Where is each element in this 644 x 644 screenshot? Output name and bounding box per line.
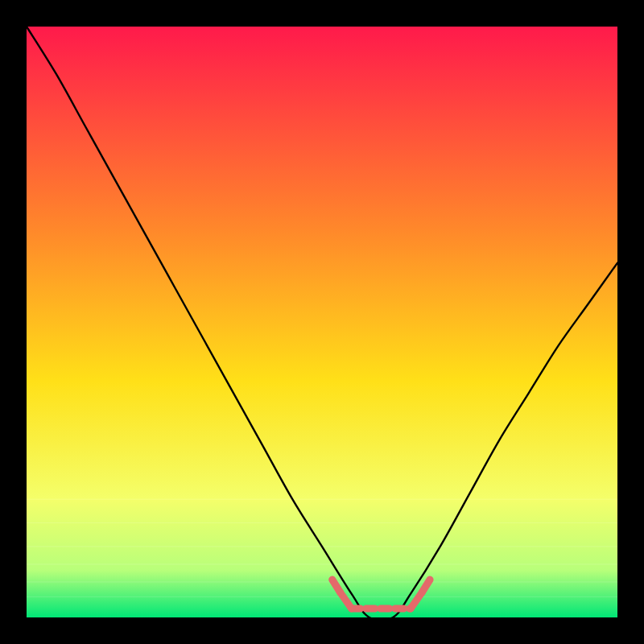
figure-root: TheBottleneck.com xyxy=(0,0,644,644)
plot-area xyxy=(27,27,617,617)
bottleneck-plot xyxy=(0,0,644,644)
